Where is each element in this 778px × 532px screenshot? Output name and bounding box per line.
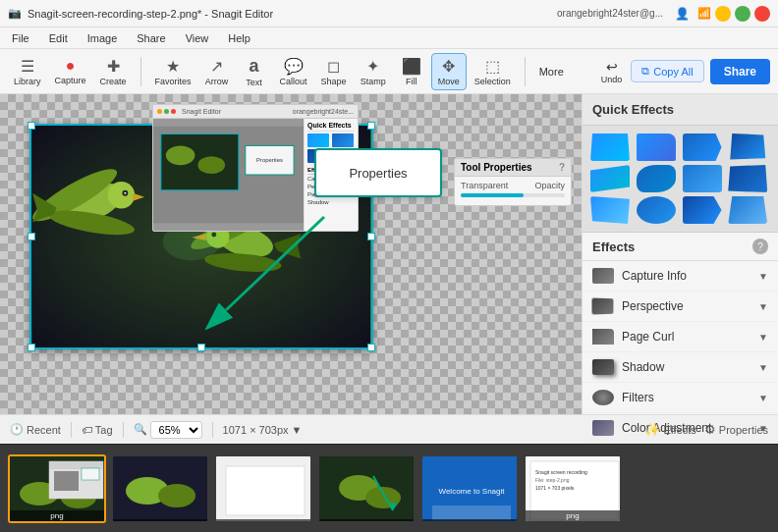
more-button[interactable]: More — [533, 62, 570, 81]
arrow-button[interactable]: ↗ Arrow — [199, 53, 235, 90]
capture-button[interactable]: ● Capture — [49, 53, 92, 90]
handle-bottom-middle[interactable] — [197, 344, 205, 351]
create-label: Create — [100, 77, 127, 86]
menu-edit[interactable]: Edit — [45, 30, 72, 46]
shadow-expand[interactable]: ▼ — [758, 362, 768, 373]
quick-effects-title: Quick Effects — [592, 102, 674, 117]
effect-thumb-11[interactable] — [683, 196, 722, 224]
shape-icon: ◻ — [327, 57, 340, 76]
library-button[interactable]: ☰ Library — [8, 53, 47, 90]
color-adjustment-icon — [592, 420, 614, 436]
page-curl-expand[interactable]: ▼ — [758, 332, 768, 343]
undo-label: Undo — [601, 75, 623, 84]
tool-props-content: Transparent Opacity — [455, 177, 571, 205]
menu-file[interactable]: File — [8, 30, 33, 46]
toolbar: ☰ Library ● Capture ✚ Create ★ Favorites… — [0, 49, 778, 94]
effect-thumb-5[interactable] — [590, 165, 630, 192]
user-icon: 👤 — [675, 7, 690, 21]
effects-status-button[interactable]: ✨ Effects — [644, 422, 695, 437]
thumbnail-2[interactable] — [111, 454, 209, 523]
main-layout: Snagit Editor orangebright24ste... Prope… — [0, 94, 778, 414]
user-email: orangebright24ster@g... — [557, 8, 663, 19]
maximize-button[interactable] — [735, 6, 750, 22]
undo-button[interactable]: ↩ Undo — [598, 56, 626, 87]
recent-button[interactable]: 🕐 Recent — [10, 423, 61, 436]
effect-thumb-8[interactable] — [728, 165, 767, 192]
effect-thumb-2[interactable] — [637, 133, 676, 161]
effect-thumb-6[interactable] — [637, 165, 676, 192]
effects-list-title: Effects — [592, 239, 635, 254]
shape-button[interactable]: ◻ Shape — [315, 53, 353, 90]
effect-thumb-9[interactable] — [590, 196, 630, 224]
handle-bottom-left[interactable] — [28, 344, 35, 351]
favorites-label: Favorites — [155, 77, 192, 86]
canvas-area[interactable]: Snagit Editor orangebright24ste... Prope… — [0, 94, 582, 414]
effect-thumb-4[interactable] — [728, 133, 767, 161]
properties-gear-icon: ⚙ — [704, 422, 716, 437]
handle-left-middle[interactable] — [28, 233, 35, 240]
copy-all-button[interactable]: ⧉ Copy All — [631, 60, 703, 82]
effect-thumb-3[interactable] — [683, 133, 722, 161]
menu-share[interactable]: Share — [133, 30, 169, 46]
capture-info-expand[interactable]: ▼ — [758, 271, 768, 282]
thumb-3-label — [216, 519, 310, 521]
dimensions-label: 1071 × 703px — [223, 424, 289, 436]
create-icon: ✚ — [107, 57, 120, 76]
properties-callout-label: Properties — [349, 166, 407, 181]
capture-info-icon — [592, 268, 614, 284]
effects-help-button[interactable]: ? — [752, 239, 768, 254]
effect-thumb-12[interactable] — [728, 196, 767, 224]
selection-button[interactable]: ⬚ Selection — [469, 53, 517, 90]
handle-top-right[interactable] — [367, 122, 375, 130]
properties-status-button[interactable]: ⚙ Properties — [704, 422, 768, 437]
effect-item-filters[interactable]: Filters ▼ — [583, 383, 778, 413]
effect-item-capture-info[interactable]: Capture Info ▼ — [583, 261, 778, 292]
status-sep-1 — [71, 422, 72, 438]
move-label: Move — [438, 77, 460, 86]
callout-icon: 💬 — [284, 57, 304, 76]
filters-icon — [592, 390, 614, 405]
callout-button[interactable]: 💬 Callout — [274, 53, 313, 90]
favorites-button[interactable]: ★ Favorites — [149, 53, 197, 90]
handle-bottom-right[interactable] — [367, 344, 375, 351]
opacity-label: Opacity — [534, 181, 565, 190]
effect-thumb-10[interactable] — [637, 196, 676, 224]
fill-button[interactable]: ⬛ Fill — [394, 53, 429, 90]
thumb-6-label: png — [526, 510, 620, 521]
menu-help[interactable]: Help — [224, 30, 254, 46]
text-button[interactable]: a Text — [237, 53, 272, 90]
handle-right-middle[interactable] — [367, 233, 375, 240]
thumbnail-5[interactable]: Welcome to Snagit — [420, 454, 519, 523]
share-button[interactable]: Share — [710, 59, 770, 84]
minimize-button[interactable] — [715, 6, 731, 22]
thumbnail-4[interactable] — [317, 454, 416, 523]
close-button[interactable] — [754, 6, 770, 22]
status-sep-3 — [212, 422, 213, 438]
menu-image[interactable]: Image — [83, 30, 122, 46]
create-button[interactable]: ✚ Create — [94, 53, 133, 90]
copy-icon: ⧉ — [641, 65, 649, 78]
move-button[interactable]: ✥ Move — [431, 53, 467, 90]
effect-thumb-1[interactable] — [590, 133, 630, 161]
tag-button[interactable]: 🏷 Tag — [82, 424, 113, 436]
thumbnail-1[interactable]: png — [8, 454, 106, 523]
thumbnails-bar: png Welcome to Snagit — [0, 444, 778, 532]
tag-label: Tag — [95, 424, 113, 436]
effect-thumb-7[interactable] — [683, 165, 722, 192]
menu-view[interactable]: View — [182, 30, 213, 46]
perspective-expand[interactable]: ▼ — [758, 301, 768, 312]
handle-top-left[interactable] — [28, 122, 35, 130]
stamp-button[interactable]: ✦ Stamp — [355, 53, 392, 90]
zoom-select[interactable]: 65% — [150, 421, 202, 439]
thumbnail-3[interactable] — [214, 454, 312, 523]
thumbnail-6[interactable]: Snagit screen recording File: step-2.png… — [524, 454, 622, 523]
filters-expand[interactable]: ▼ — [758, 393, 768, 403]
capture-label: Capture — [55, 76, 86, 85]
perspective-icon — [591, 298, 613, 315]
effect-item-shadow[interactable]: Shadow ▼ — [583, 352, 778, 383]
properties-status-label: Properties — [719, 424, 768, 436]
callout-label: Callout — [280, 77, 307, 86]
stamp-icon: ✦ — [366, 57, 379, 76]
effect-item-perspective[interactable]: Perspective ▼ — [583, 292, 778, 322]
effect-item-page-curl[interactable]: Page Curl ▼ — [583, 322, 778, 352]
